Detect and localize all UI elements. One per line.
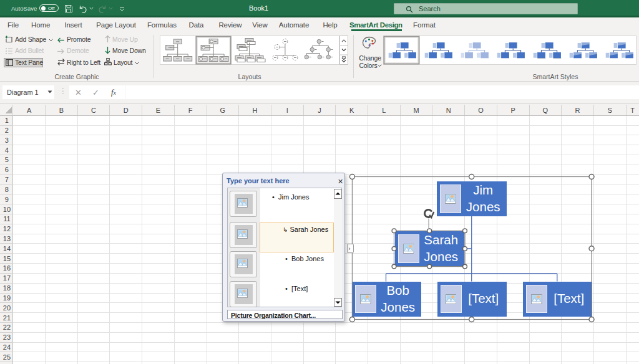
- svg-text:23: 23: [3, 333, 11, 341]
- svg-text:18: 18: [3, 284, 11, 292]
- svg-text:E: E: [156, 107, 160, 114]
- svg-text:O: O: [478, 107, 484, 114]
- svg-text:14: 14: [3, 245, 11, 252]
- svg-text:21: 21: [3, 314, 11, 322]
- svg-text:16: 16: [3, 264, 11, 272]
- svg-text:I: I: [286, 107, 288, 114]
- svg-text:11: 11: [3, 215, 10, 223]
- svg-text:9: 9: [5, 196, 9, 203]
- svg-text:17: 17: [3, 274, 11, 282]
- svg-text:K: K: [349, 107, 354, 114]
- svg-text:L: L: [382, 107, 386, 114]
- svg-text:B: B: [59, 107, 64, 114]
- svg-text:P: P: [510, 107, 515, 114]
- svg-text:F: F: [188, 107, 193, 114]
- svg-text:22: 22: [3, 323, 11, 331]
- svg-text:4: 4: [5, 146, 9, 154]
- svg-text:25: 25: [3, 353, 11, 361]
- svg-text:5: 5: [5, 156, 9, 163]
- svg-text:R: R: [575, 107, 580, 114]
- svg-text:C: C: [91, 107, 96, 114]
- svg-text:3: 3: [5, 136, 9, 144]
- svg-text:7: 7: [5, 176, 9, 183]
- svg-text:19: 19: [3, 294, 11, 302]
- svg-text:G: G: [220, 107, 226, 114]
- svg-text:Q: Q: [543, 107, 549, 114]
- svg-text:2: 2: [5, 127, 9, 134]
- svg-text:13: 13: [3, 235, 11, 242]
- svg-text:S: S: [608, 107, 612, 114]
- svg-text:H: H: [253, 107, 258, 114]
- svg-text:A: A: [27, 107, 32, 114]
- svg-text:N: N: [446, 107, 451, 114]
- svg-text:8: 8: [5, 186, 9, 193]
- svg-text:24: 24: [3, 343, 11, 351]
- svg-text:12: 12: [3, 225, 11, 232]
- svg-text:D: D: [124, 107, 129, 114]
- svg-text:T: T: [630, 107, 635, 114]
- svg-text:J: J: [318, 107, 321, 114]
- svg-text:M: M: [414, 107, 419, 114]
- svg-text:20: 20: [3, 304, 11, 312]
- svg-text:15: 15: [3, 255, 11, 262]
- svg-text:10: 10: [3, 206, 11, 213]
- svg-text:1: 1: [5, 117, 9, 124]
- svg-text:6: 6: [5, 166, 9, 173]
